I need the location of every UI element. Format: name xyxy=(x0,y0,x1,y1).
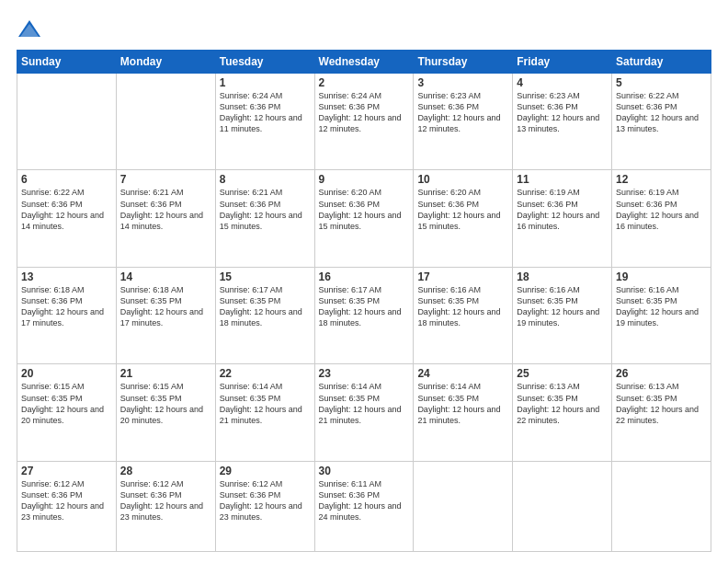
calendar-cell: 2Sunrise: 6:24 AM Sunset: 6:36 PM Daylig… xyxy=(314,74,414,170)
day-info: Sunrise: 6:20 AM Sunset: 6:36 PM Dayligh… xyxy=(319,188,402,230)
calendar-cell: 28Sunrise: 6:12 AM Sunset: 6:36 PM Dayli… xyxy=(116,461,215,551)
calendar-cell: 15Sunrise: 6:17 AM Sunset: 6:35 PM Dayli… xyxy=(215,267,314,363)
calendar-cell: 27Sunrise: 6:12 AM Sunset: 6:36 PM Dayli… xyxy=(17,461,117,551)
day-info: Sunrise: 6:19 AM Sunset: 6:36 PM Dayligh… xyxy=(517,188,599,230)
calendar-cell: 18Sunrise: 6:16 AM Sunset: 6:35 PM Dayli… xyxy=(513,267,612,363)
day-info: Sunrise: 6:24 AM Sunset: 6:36 PM Dayligh… xyxy=(220,91,302,133)
day-number: 14 xyxy=(120,270,211,283)
day-info: Sunrise: 6:14 AM Sunset: 6:35 PM Dayligh… xyxy=(319,382,402,424)
column-header-monday: Monday xyxy=(116,51,215,74)
day-number: 15 xyxy=(220,270,311,283)
day-number: 25 xyxy=(517,367,608,380)
day-number: 22 xyxy=(220,367,311,380)
calendar-cell: 7Sunrise: 6:21 AM Sunset: 6:36 PM Daylig… xyxy=(116,170,215,267)
day-number: 2 xyxy=(319,76,410,89)
day-number: 20 xyxy=(21,367,112,380)
day-info: Sunrise: 6:15 AM Sunset: 6:35 PM Dayligh… xyxy=(120,382,203,424)
day-info: Sunrise: 6:18 AM Sunset: 6:36 PM Dayligh… xyxy=(21,285,104,327)
day-number: 4 xyxy=(517,76,608,89)
day-info: Sunrise: 6:13 AM Sunset: 6:35 PM Dayligh… xyxy=(616,382,699,424)
day-number: 10 xyxy=(417,173,508,186)
day-info: Sunrise: 6:13 AM Sunset: 6:35 PM Dayligh… xyxy=(517,382,599,424)
calendar-cell: 5Sunrise: 6:22 AM Sunset: 6:36 PM Daylig… xyxy=(612,74,711,170)
calendar-cell: 20Sunrise: 6:15 AM Sunset: 6:35 PM Dayli… xyxy=(17,364,117,461)
day-number: 21 xyxy=(120,367,211,380)
day-number: 27 xyxy=(21,465,112,477)
day-info: Sunrise: 6:23 AM Sunset: 6:36 PM Dayligh… xyxy=(517,91,599,133)
calendar-cell: 3Sunrise: 6:23 AM Sunset: 6:36 PM Daylig… xyxy=(414,74,513,170)
calendar-cell: 30Sunrise: 6:11 AM Sunset: 6:36 PM Dayli… xyxy=(314,461,414,551)
calendar-cell: 13Sunrise: 6:18 AM Sunset: 6:36 PM Dayli… xyxy=(17,267,117,363)
calendar-week-3: 13Sunrise: 6:18 AM Sunset: 6:36 PM Dayli… xyxy=(17,267,711,363)
calendar-cell: 19Sunrise: 6:16 AM Sunset: 6:35 PM Dayli… xyxy=(612,267,711,363)
column-header-friday: Friday xyxy=(513,51,612,74)
day-number: 1 xyxy=(220,76,311,89)
day-number: 18 xyxy=(517,270,608,283)
day-info: Sunrise: 6:12 AM Sunset: 6:36 PM Dayligh… xyxy=(21,479,104,522)
column-header-saturday: Saturday xyxy=(612,51,711,74)
column-header-wednesday: Wednesday xyxy=(314,51,414,74)
day-info: Sunrise: 6:15 AM Sunset: 6:35 PM Dayligh… xyxy=(21,382,104,424)
day-info: Sunrise: 6:21 AM Sunset: 6:36 PM Dayligh… xyxy=(120,188,203,230)
day-info: Sunrise: 6:14 AM Sunset: 6:35 PM Dayligh… xyxy=(220,382,302,424)
day-info: Sunrise: 6:22 AM Sunset: 6:36 PM Dayligh… xyxy=(21,188,104,230)
calendar-cell xyxy=(612,461,711,551)
day-info: Sunrise: 6:23 AM Sunset: 6:36 PM Dayligh… xyxy=(417,91,500,133)
calendar-header-row: SundayMondayTuesdayWednesdayThursdayFrid… xyxy=(17,51,711,74)
page: SundayMondayTuesdayWednesdayThursdayFrid… xyxy=(0,0,728,563)
calendar-cell: 11Sunrise: 6:19 AM Sunset: 6:36 PM Dayli… xyxy=(513,170,612,267)
day-number: 30 xyxy=(319,465,410,477)
day-info: Sunrise: 6:17 AM Sunset: 6:35 PM Dayligh… xyxy=(319,285,402,327)
calendar-cell: 9Sunrise: 6:20 AM Sunset: 6:36 PM Daylig… xyxy=(314,170,414,267)
calendar-cell: 22Sunrise: 6:14 AM Sunset: 6:35 PM Dayli… xyxy=(215,364,314,461)
day-info: Sunrise: 6:19 AM Sunset: 6:36 PM Dayligh… xyxy=(616,188,699,230)
calendar-week-2: 6Sunrise: 6:22 AM Sunset: 6:36 PM Daylig… xyxy=(17,170,711,267)
day-info: Sunrise: 6:16 AM Sunset: 6:35 PM Dayligh… xyxy=(517,285,599,327)
day-info: Sunrise: 6:22 AM Sunset: 6:36 PM Dayligh… xyxy=(616,91,699,133)
calendar-cell xyxy=(116,74,215,170)
day-info: Sunrise: 6:16 AM Sunset: 6:35 PM Dayligh… xyxy=(616,285,699,327)
calendar-cell xyxy=(17,74,117,170)
day-number: 16 xyxy=(319,270,410,283)
day-number: 9 xyxy=(319,173,410,186)
calendar-week-1: 1Sunrise: 6:24 AM Sunset: 6:36 PM Daylig… xyxy=(17,74,711,170)
day-number: 24 xyxy=(417,367,508,380)
day-number: 13 xyxy=(21,270,112,283)
day-number: 26 xyxy=(616,367,707,380)
calendar-cell: 16Sunrise: 6:17 AM Sunset: 6:35 PM Dayli… xyxy=(314,267,414,363)
day-info: Sunrise: 6:24 AM Sunset: 6:36 PM Dayligh… xyxy=(319,91,402,133)
calendar-cell: 17Sunrise: 6:16 AM Sunset: 6:35 PM Dayli… xyxy=(414,267,513,363)
calendar-cell: 26Sunrise: 6:13 AM Sunset: 6:35 PM Dayli… xyxy=(612,364,711,461)
column-header-thursday: Thursday xyxy=(414,51,513,74)
day-number: 7 xyxy=(120,173,211,186)
column-header-sunday: Sunday xyxy=(17,51,117,74)
day-number: 29 xyxy=(220,465,311,477)
header xyxy=(17,17,711,42)
logo xyxy=(17,17,46,42)
calendar-cell: 1Sunrise: 6:24 AM Sunset: 6:36 PM Daylig… xyxy=(215,74,314,170)
day-info: Sunrise: 6:16 AM Sunset: 6:35 PM Dayligh… xyxy=(417,285,500,327)
calendar-cell: 21Sunrise: 6:15 AM Sunset: 6:35 PM Dayli… xyxy=(116,364,215,461)
day-info: Sunrise: 6:21 AM Sunset: 6:36 PM Dayligh… xyxy=(220,188,302,230)
day-number: 23 xyxy=(319,367,410,380)
calendar-cell: 8Sunrise: 6:21 AM Sunset: 6:36 PM Daylig… xyxy=(215,170,314,267)
day-info: Sunrise: 6:12 AM Sunset: 6:36 PM Dayligh… xyxy=(220,479,302,522)
day-number: 5 xyxy=(616,76,707,89)
day-number: 3 xyxy=(417,76,508,89)
day-number: 28 xyxy=(120,465,211,477)
day-number: 8 xyxy=(220,173,311,186)
day-info: Sunrise: 6:11 AM Sunset: 6:36 PM Dayligh… xyxy=(319,479,402,522)
day-info: Sunrise: 6:17 AM Sunset: 6:35 PM Dayligh… xyxy=(220,285,302,327)
calendar-cell: 23Sunrise: 6:14 AM Sunset: 6:35 PM Dayli… xyxy=(314,364,414,461)
day-number: 17 xyxy=(417,270,508,283)
day-info: Sunrise: 6:12 AM Sunset: 6:36 PM Dayligh… xyxy=(120,479,203,522)
calendar-cell: 10Sunrise: 6:20 AM Sunset: 6:36 PM Dayli… xyxy=(414,170,513,267)
calendar-cell xyxy=(414,461,513,551)
day-info: Sunrise: 6:20 AM Sunset: 6:36 PM Dayligh… xyxy=(417,188,500,230)
day-info: Sunrise: 6:18 AM Sunset: 6:35 PM Dayligh… xyxy=(120,285,203,327)
calendar-cell xyxy=(513,461,612,551)
calendar-cell: 4Sunrise: 6:23 AM Sunset: 6:36 PM Daylig… xyxy=(513,74,612,170)
logo-icon xyxy=(17,17,42,42)
calendar-cell: 25Sunrise: 6:13 AM Sunset: 6:35 PM Dayli… xyxy=(513,364,612,461)
calendar-week-4: 20Sunrise: 6:15 AM Sunset: 6:35 PM Dayli… xyxy=(17,364,711,461)
